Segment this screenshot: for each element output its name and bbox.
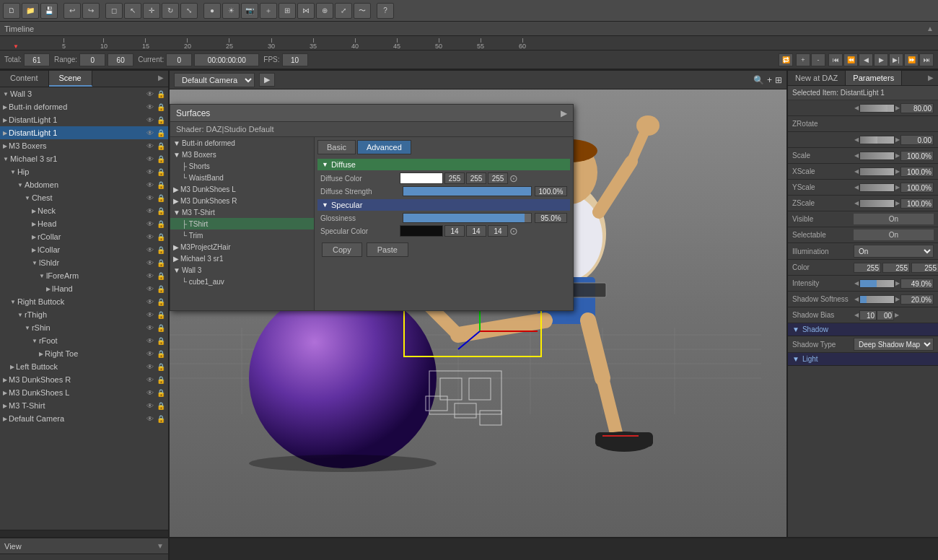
- param-shadow-soft-val[interactable]: 20.0%: [900, 294, 934, 305]
- tree-item-michael3[interactable]: ▼ Michael 3 sr1 👁 🔒: [0, 152, 168, 165]
- join-button[interactable]: ⊞: [279, 3, 296, 19]
- tree-eye-rfoot[interactable]: 👁: [146, 337, 154, 345]
- param-zrotate-val[interactable]: 80.00: [900, 103, 934, 113]
- param-xscale-arrow-l[interactable]: ◀: [854, 168, 859, 175]
- right-panel-collapse[interactable]: ▶: [924, 71, 938, 85]
- param-scale-arrow-l[interactable]: ◀: [854, 152, 859, 159]
- zoom-in-icon[interactable]: +: [767, 75, 772, 85]
- surf-tree-boxers[interactable]: ▼ M3 Boxers: [170, 149, 314, 160]
- timecode[interactable]: 00:00:00:00: [194, 53, 259, 66]
- tree-item-chest[interactable]: ▼ Chest 👁 🔒: [0, 191, 168, 204]
- tree-item-head[interactable]: ▶ Head 👁 🔒: [0, 217, 168, 230]
- spec-r[interactable]: 14: [444, 225, 465, 237]
- tree-lock-dunkshoer[interactable]: 🔒: [157, 376, 165, 384]
- surf-diffuse-header[interactable]: ▼ Diffuse: [317, 159, 570, 170]
- tree-eye-rtoe[interactable]: 👁: [146, 350, 154, 358]
- help-button[interactable]: ?: [377, 3, 394, 19]
- tree-eye-lbuttock[interactable]: 👁: [146, 363, 154, 371]
- surf-tree-dunkshoer[interactable]: ▶ M3 DunkShoes R: [170, 195, 314, 206]
- tab-scene[interactable]: Scene: [49, 71, 92, 87]
- param-shadow-soft-arrow-l[interactable]: ◀: [854, 296, 859, 302]
- tree-item-wall3[interactable]: ▼ Wall 3 👁 🔒: [0, 87, 168, 100]
- surf-tree-tshirt-item[interactable]: ├ TShirt: [170, 218, 314, 229]
- surf-paste-button[interactable]: Paste: [367, 242, 408, 257]
- param-zero-arrow-l[interactable]: ◀: [854, 136, 859, 143]
- camera-button[interactable]: 📷: [241, 3, 258, 19]
- tree-eye-butt[interactable]: 👁: [146, 103, 154, 111]
- tree-eye-head[interactable]: 👁: [146, 220, 154, 228]
- jump-end-button[interactable]: ⏭: [919, 53, 934, 66]
- surf-tree-cube1[interactable]: └ cube1_auv: [170, 276, 314, 287]
- param-zrotate-slider[interactable]: [859, 104, 895, 113]
- tree-item-hip[interactable]: ▼ Hip 👁 🔒: [0, 165, 168, 178]
- tree-eye-lcollar[interactable]: 👁: [146, 246, 154, 254]
- add-button[interactable]: ＋: [260, 3, 277, 19]
- tree-item-rcollar[interactable]: ▶ rCollar 👁 🔒: [0, 230, 168, 243]
- tree-item-righttoe[interactable]: ▶ Right Toe 👁 🔒: [0, 347, 168, 360]
- param-light-section[interactable]: ▼ Light: [788, 353, 938, 366]
- timeline-collapse[interactable]: ▲: [926, 25, 934, 32]
- param-selectable-val[interactable]: On: [854, 229, 934, 240]
- surf-copy-button[interactable]: Copy: [322, 242, 362, 257]
- weld-button[interactable]: ⋈: [297, 3, 315, 19]
- param-xscale-val[interactable]: 100.0%: [900, 167, 934, 177]
- tree-item-rthigh[interactable]: ▼ rThigh 👁 🔒: [0, 308, 168, 321]
- param-zscale-slider[interactable]: [859, 199, 895, 208]
- tree-lock-lcollar[interactable]: 🔒: [157, 246, 165, 254]
- param-scale-slider[interactable]: [859, 152, 895, 160]
- tree-eye-rthigh[interactable]: 👁: [146, 311, 154, 319]
- tree-eye-rcollar[interactable]: 👁: [146, 233, 154, 241]
- param-shadow-bias-val2[interactable]: 00: [877, 310, 894, 320]
- param-intensity-arrow-l[interactable]: ◀: [854, 280, 859, 286]
- tree-item-rfoot[interactable]: ▼ rFoot 👁 🔒: [0, 334, 168, 347]
- tree-eye-dunkshoer[interactable]: 👁: [146, 376, 154, 384]
- tree-item-abdomen[interactable]: ▼ Abdomen 👁 🔒: [0, 178, 168, 191]
- param-shadow-bias-arrow-l[interactable]: ◀: [854, 312, 859, 318]
- tree-item-m3dunkshoer[interactable]: ▶ M3 DunkShoes R 👁 🔒: [0, 373, 168, 386]
- move-button[interactable]: ✛: [143, 3, 160, 19]
- morph-button[interactable]: ⤢: [335, 3, 352, 19]
- param-zscale-arrow-r[interactable]: ▶: [895, 200, 900, 206]
- timeline-track-area[interactable]: [170, 538, 938, 560]
- tree-lock-head[interactable]: 🔒: [157, 220, 165, 228]
- param-zscale-val[interactable]: 100.0%: [900, 198, 934, 209]
- tree-eye-dl1b[interactable]: 👁: [146, 129, 154, 137]
- tree-lock-abdomen[interactable]: 🔒: [157, 181, 165, 189]
- diffuse-color-pick-icon[interactable]: ⊙: [509, 172, 518, 184]
- param-intensity-slider[interactable]: [859, 279, 895, 288]
- open-button[interactable]: 📁: [22, 3, 39, 19]
- param-color-g[interactable]: 255: [882, 263, 910, 273]
- new-button[interactable]: 🗋: [3, 3, 20, 19]
- left-panel-scrollbar-x[interactable]: [0, 530, 168, 537]
- tree-lock-boxers[interactable]: 🔒: [157, 142, 165, 150]
- surf-tree-waistband[interactable]: └ WaistBand: [170, 172, 314, 183]
- tree-eye-rbuttock[interactable]: 👁: [146, 298, 154, 306]
- tree-item-m3dunkshoEl[interactable]: ▶ M3 DunkShoes L 👁 🔒: [0, 386, 168, 399]
- zoom-fit-icon[interactable]: ⊞: [775, 75, 782, 85]
- view-collapse-icon[interactable]: ▼: [157, 542, 164, 550]
- tree-eye-lshldr[interactable]: 👁: [146, 259, 154, 267]
- surf-tree-dunkshoel[interactable]: ▶ M3 DunkShoes L: [170, 183, 314, 195]
- tree-eye-lforearm[interactable]: 👁: [146, 272, 154, 280]
- tree-item-distantlight1b[interactable]: ▶ DistantLight 1 👁 🔒: [0, 126, 168, 139]
- tree-item-lforearm[interactable]: ▼ lForeArm 👁 🔒: [0, 269, 168, 282]
- param-yscale-arrow-r[interactable]: ▶: [895, 184, 900, 191]
- tree-item-neck[interactable]: ▶ Neck 👁 🔒: [0, 204, 168, 217]
- camera-play-button[interactable]: ▶: [259, 73, 275, 87]
- add-keyframe-button[interactable]: +: [796, 53, 810, 66]
- surfaces-close-button[interactable]: ▶: [561, 108, 567, 118]
- surf-tree-tshirt[interactable]: ▼ M3 T-Shirt: [170, 206, 314, 218]
- param-color-r[interactable]: 255: [854, 263, 881, 273]
- tree-item-lhand[interactable]: ▶ lHand 👁 🔒: [0, 282, 168, 295]
- boolop-button[interactable]: ⊕: [316, 3, 333, 19]
- tree-item-m3tshirt[interactable]: ▶ M3 T-Shirt 👁 🔒: [0, 399, 168, 412]
- param-zrotate-arrow-l[interactable]: ◀: [854, 105, 859, 111]
- tree-item-buttdeformed[interactable]: ▶ Butt-in deformed 👁 🔒: [0, 100, 168, 113]
- tree-item-distantlight1a[interactable]: ▶ DistantLight 1 👁 🔒: [0, 113, 168, 126]
- tree-lock-rshin[interactable]: 🔒: [157, 324, 165, 332]
- param-visible-val[interactable]: On: [854, 214, 934, 224]
- range-start[interactable]: 0: [79, 53, 105, 66]
- tree-item-m3boxers[interactable]: ▶ M3 Boxers 👁 🔒: [0, 139, 168, 152]
- param-intensity-val[interactable]: 49.0%: [900, 279, 934, 289]
- param-color-b[interactable]: 255: [911, 263, 938, 273]
